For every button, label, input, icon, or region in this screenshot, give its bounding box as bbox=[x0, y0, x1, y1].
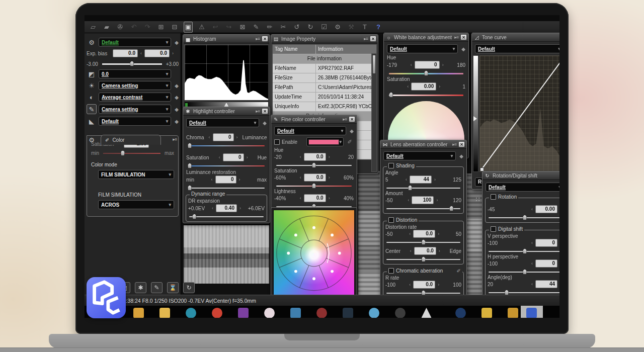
contrast-dropdown[interactable]: Average contrast▾ bbox=[99, 93, 171, 102]
v-perspective-slider[interactable] bbox=[489, 251, 559, 252]
distortion-checkbox[interactable] bbox=[388, 217, 394, 223]
hue-slider[interactable] bbox=[389, 73, 463, 74]
taskbar-app-light[interactable] bbox=[264, 308, 275, 318]
select-check-icon[interactable]: ☑ bbox=[319, 22, 329, 32]
exp-bias-value[interactable]: 0.0 bbox=[113, 49, 138, 57]
taskbar-app-dark[interactable] bbox=[395, 308, 406, 318]
taskbar-chrome[interactable] bbox=[212, 308, 222, 318]
taskbar-app-blue-tile[interactable] bbox=[290, 308, 301, 318]
sharpness-diamond-button[interactable]: ◆ bbox=[175, 83, 179, 89]
hue-dec[interactable]: ‹ bbox=[410, 62, 413, 67]
highlight-preset-dropdown[interactable]: Default▾ bbox=[186, 118, 259, 127]
highlight-diamond-button[interactable]: ◆ bbox=[263, 120, 267, 126]
warning-mark-icon[interactable]: ⚠ bbox=[197, 22, 206, 32]
exp-bias-dec[interactable]: ‹ bbox=[140, 51, 142, 56]
combination-view-icon[interactable]: ⊟ bbox=[170, 22, 179, 32]
lens-menu-icon[interactable]: ▸≡ bbox=[452, 142, 456, 147]
highlight-button[interactable]: ✱ bbox=[135, 282, 146, 293]
dr-expansion-slider[interactable] bbox=[189, 216, 264, 217]
chromatic-pen-icon[interactable]: ✐ bbox=[457, 268, 461, 274]
v-perspective-value[interactable]: 0 bbox=[535, 239, 557, 247]
tone-curve-preset-dropdown[interactable]: Default▾ bbox=[475, 44, 559, 53]
develop-settings-icon[interactable]: ⚙ bbox=[333, 22, 342, 32]
color-pen-button[interactable]: ✎ bbox=[151, 282, 163, 293]
fc-saturation-slider[interactable] bbox=[276, 186, 352, 187]
thumbnail-view-icon[interactable]: ⊞ bbox=[156, 22, 166, 32]
sharpness-dropdown[interactable]: Camera setting▾ bbox=[99, 81, 171, 90]
develop-preset-dropdown[interactable]: Default▾ bbox=[99, 38, 171, 47]
color-setting-dropdown[interactable]: Camera setting▾ bbox=[99, 105, 171, 114]
distortion-rate-slider[interactable] bbox=[386, 242, 460, 243]
open-file-icon[interactable]: ▱ bbox=[89, 22, 98, 32]
taskbar-app-red[interactable] bbox=[316, 308, 327, 318]
r-rate-value[interactable]: 0.0 bbox=[413, 281, 435, 289]
fine-color-diamond-button[interactable]: ◆ bbox=[350, 128, 354, 134]
color-pen-icon[interactable]: ✎ bbox=[87, 104, 97, 114]
tab-color[interactable]: ✐ Color bbox=[101, 135, 161, 145]
lens-close-button[interactable]: ✕ bbox=[458, 141, 465, 147]
angle-value[interactable]: 44 bbox=[410, 175, 432, 184]
lens-preset-dropdown[interactable]: Default▾ bbox=[383, 151, 456, 160]
hl-saturation-value[interactable]: 0 bbox=[223, 153, 244, 161]
rotation-button[interactable]: ↻ bbox=[183, 282, 195, 293]
white-balance-dropdown[interactable]: 0.0▾ bbox=[99, 69, 171, 78]
hue-value[interactable]: 0 bbox=[415, 61, 440, 69]
histogram-close-button[interactable]: ✕ bbox=[262, 36, 268, 42]
fc-hue-value[interactable]: 0.0 bbox=[304, 153, 326, 161]
amount-value[interactable]: 100 bbox=[412, 196, 434, 204]
white-balance-diamond-button[interactable]: ◆ bbox=[461, 46, 465, 52]
batch-settings-icon[interactable]: ⚒ bbox=[347, 22, 356, 32]
center-edge-slider[interactable] bbox=[386, 259, 460, 260]
grid-view-icon[interactable]: ⊠ bbox=[238, 22, 247, 32]
taskbar-lightroom[interactable] bbox=[343, 308, 353, 318]
fine-color-close-button[interactable]: ✕ bbox=[349, 116, 355, 122]
angle-slider[interactable] bbox=[386, 188, 460, 189]
wb-saturation-value[interactable]: 0.00 bbox=[411, 82, 436, 91]
chroma-luminance-slider[interactable] bbox=[188, 145, 265, 146]
wb-sat-inc[interactable]: › bbox=[438, 84, 441, 89]
redo-icon[interactable]: ↷ bbox=[143, 22, 152, 32]
color-diamond-button[interactable]: ◆ bbox=[175, 107, 179, 112]
h-perspective-slider[interactable] bbox=[489, 272, 559, 273]
rotation-value[interactable]: 0.00 bbox=[535, 205, 557, 213]
saturation-hue-slider[interactable] bbox=[188, 165, 265, 166]
preview-view-icon[interactable]: ▣ bbox=[184, 22, 193, 33]
amount-slider[interactable] bbox=[386, 208, 460, 209]
saturation-slider[interactable] bbox=[103, 153, 160, 154]
white-balance-close-button[interactable]: ✕ bbox=[460, 34, 467, 40]
taskbar-app-gold[interactable] bbox=[508, 308, 518, 318]
taskbar-photoshop[interactable] bbox=[481, 308, 492, 318]
preset-diamond-button[interactable]: ◆ bbox=[175, 40, 179, 45]
digital-shift-checkbox[interactable] bbox=[491, 226, 496, 232]
exp-bias-slider[interactable] bbox=[102, 63, 162, 65]
color-tab-menu-icon[interactable]: ▸≡ bbox=[173, 137, 177, 142]
fine-color-menu-icon[interactable]: ▸≡ bbox=[343, 117, 347, 122]
wb-sat-dec[interactable]: ‹ bbox=[407, 84, 409, 89]
highlight-close-button[interactable]: ✕ bbox=[262, 108, 268, 114]
taskbar-app-skyblue[interactable] bbox=[369, 308, 379, 318]
rotate-right-icon[interactable]: ↻ bbox=[306, 22, 315, 32]
shading-checkbox[interactable] bbox=[388, 163, 394, 168]
open-folder-icon[interactable]: ▰ bbox=[102, 22, 111, 32]
table-scrollbar[interactable] bbox=[371, 53, 377, 172]
target-color-dropdown[interactable]: ▾ bbox=[306, 137, 344, 146]
exp-bias-inc[interactable]: › bbox=[172, 51, 174, 56]
fc-saturation-value[interactable]: 0.0 bbox=[304, 173, 326, 182]
film-simulation-dropdown[interactable]: ACROS▾ bbox=[98, 200, 174, 209]
lens-diamond-button[interactable]: ◆ bbox=[459, 153, 463, 159]
undo-icon[interactable]: ↶ bbox=[129, 22, 138, 32]
histogram-menu-icon[interactable]: ▸≡ bbox=[256, 36, 260, 41]
lens-button[interactable]: ⌛ bbox=[167, 282, 179, 293]
taskbar-browser[interactable] bbox=[186, 308, 196, 318]
fc-lightness-value[interactable]: 0.0 bbox=[304, 194, 326, 202]
hue-inc[interactable]: › bbox=[442, 62, 444, 67]
luminance-restoration-slider[interactable] bbox=[188, 188, 265, 189]
mark-pen-icon[interactable]: ✏ bbox=[265, 22, 274, 32]
angle-deg-value[interactable]: 44 bbox=[535, 280, 557, 288]
taskbar-app-navy[interactable] bbox=[455, 308, 466, 318]
color-mode-dropdown[interactable]: FILM SIMULATION▾ bbox=[98, 170, 174, 179]
rotate-left-icon[interactable]: ↺ bbox=[292, 22, 301, 32]
previous-image-icon[interactable]: ↩ bbox=[211, 22, 220, 32]
angle-deg-slider[interactable] bbox=[489, 292, 559, 293]
taskbar-media-player[interactable] bbox=[238, 308, 249, 318]
